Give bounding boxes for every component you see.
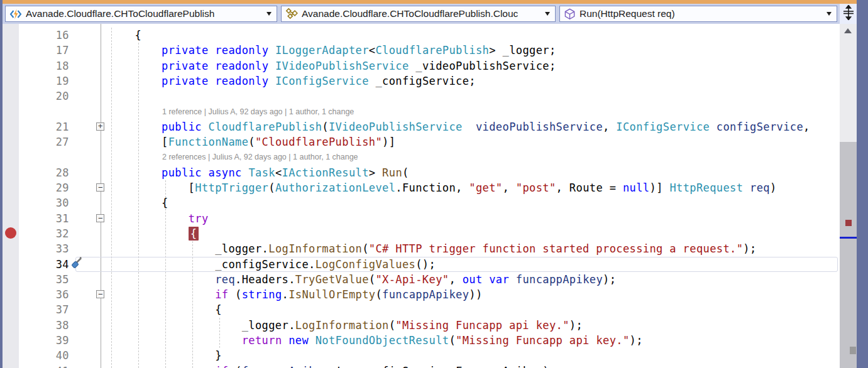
- method-icon: [564, 8, 576, 20]
- code-line[interactable]: 35 req.Headers.TryGetValue("X-Api-Key", …: [3, 272, 840, 287]
- code-line[interactable]: 41 if (funcappApikey != _configService.F…: [3, 364, 840, 368]
- code-line[interactable]: 19 private readonly IConfigService _conf…: [3, 73, 840, 89]
- scrollbar-caret-marker: [840, 237, 857, 239]
- azure-function-icon: [9, 9, 22, 19]
- chevron-down-icon: [545, 12, 550, 16]
- code-text: {: [108, 195, 168, 210]
- code-text: private readonly ILoggerAdapter<Cloudfla…: [108, 43, 556, 58]
- code-text: {: [108, 226, 199, 241]
- code-line[interactable]: 31− try: [3, 211, 840, 226]
- code-text: public CloudflarePublish(IVideoPublishSe…: [108, 119, 810, 134]
- type-dropdown-label: Avanade.Cloudflare.CHToCloudflarePublish…: [302, 8, 518, 19]
- line-number: 38: [3, 318, 69, 333]
- scrollbar-thumb[interactable]: [840, 142, 857, 368]
- code-line[interactable]: 18 private readonly IVideoPublishService…: [3, 58, 840, 73]
- fold-collapse-toggle[interactable]: −: [96, 214, 104, 222]
- navigation-bar: Avanade.Cloudflare.CHToCloudflarePublish…: [3, 4, 857, 24]
- code-text: return new NotFoundObjectResult("Missing…: [108, 333, 643, 348]
- line-number: 34: [3, 257, 69, 272]
- code-text: }: [108, 348, 222, 363]
- chevron-down-icon: [827, 12, 832, 16]
- code-text: [HttpTrigger(AuthorizationLevel.Function…: [108, 180, 777, 195]
- code-line[interactable]: 20: [3, 89, 840, 104]
- code-text: private readonly IConfigService _configS…: [108, 73, 476, 89]
- fold-expand-toggle[interactable]: +: [96, 122, 104, 131]
- codelens-row[interactable]: 2 references | Julius A, 92 days ago | 1…: [3, 149, 840, 165]
- codelens-info[interactable]: 2 references | Julius A, 92 days ago | 1…: [162, 149, 358, 165]
- split-editor-icon: [842, 5, 855, 23]
- codelens-row[interactable]: 1 reference | Julius A, 92 days ago | 1 …: [3, 104, 840, 119]
- line-number: 40: [3, 348, 69, 363]
- code-line[interactable]: 28 public async Task<IActionResult> Run(: [3, 165, 840, 180]
- scrollbar-change-marker: [850, 347, 856, 354]
- code-line[interactable]: 40 }: [3, 348, 840, 363]
- code-line[interactable]: 37 {: [3, 302, 840, 317]
- chevron-down-icon: [266, 12, 272, 16]
- member-dropdown[interactable]: Run(HttpRequest req): [559, 6, 837, 22]
- code-area[interactable]: 16 {17 private readonly ILoggerAdapter<C…: [3, 24, 840, 368]
- code-text: _logger.LogInformation("C# HTTP trigger …: [108, 241, 757, 256]
- line-number: 17: [3, 43, 69, 58]
- line-number: 16: [3, 28, 69, 43]
- code-line[interactable]: 16 {: [3, 28, 840, 43]
- line-number: 18: [3, 58, 69, 73]
- code-line[interactable]: 32 {: [3, 226, 840, 241]
- line-number: 36: [3, 287, 69, 302]
- code-line[interactable]: 33 _logger.LogInformation("C# HTTP trigg…: [3, 241, 840, 256]
- window-border-right: [857, 0, 868, 368]
- code-text: req.Headers.TryGetValue("X-Api-Key", out…: [108, 272, 616, 287]
- scrollbar-up-arrow-icon[interactable]: [844, 28, 852, 33]
- split-window-button[interactable]: [840, 4, 857, 24]
- code-line[interactable]: 30 {: [3, 195, 840, 210]
- fold-collapse-toggle[interactable]: −: [96, 290, 104, 298]
- line-number: 41: [3, 364, 69, 368]
- code-line[interactable]: 34 _configService.LogConfigValues();: [3, 257, 840, 272]
- code-text: if (string.IsNullOrEmpty(funcappApikey)): [108, 287, 483, 302]
- code-line[interactable]: 21+ public CloudflarePublish(IVideoPubli…: [3, 119, 840, 134]
- project-dropdown-label: Avanade.Cloudflare.CHToCloudflarePublish: [26, 8, 214, 19]
- code-line[interactable]: 29− [HttpTrigger(AuthorizationLevel.Func…: [3, 180, 840, 195]
- class-icon: [285, 8, 298, 19]
- codelens-info[interactable]: 1 reference | Julius A, 92 days ago | 1 …: [162, 104, 354, 119]
- code-text: [FunctionName("CloudflarePublish")]: [108, 134, 395, 149]
- line-number: 27: [3, 134, 69, 149]
- project-dropdown[interactable]: Avanade.Cloudflare.CHToCloudflarePublish: [5, 6, 277, 22]
- line-number: 39: [3, 333, 69, 348]
- code-line[interactable]: 38 _logger.LogInformation("Missing Funca…: [3, 318, 840, 333]
- line-number: 19: [3, 73, 69, 89]
- scrollbar-breakpoint-marker: [845, 220, 852, 226]
- code-text: _logger.LogInformation("Missing Funcapp …: [108, 318, 583, 333]
- code-text: private readonly IVideoPublishService _v…: [108, 58, 556, 73]
- line-number: 20: [3, 89, 69, 104]
- visual-studio-editor-window: Avanade.Cloudflare.CHToCloudflarePublish…: [0, 0, 868, 368]
- code-text: {: [108, 28, 141, 43]
- line-number: 21: [3, 119, 69, 134]
- member-dropdown-label: Run(HttpRequest req): [580, 8, 675, 19]
- type-dropdown[interactable]: Avanade.Cloudflare.CHToCloudflarePublish…: [281, 6, 556, 22]
- code-text: public async Task<IActionResult> Run(: [108, 165, 409, 180]
- line-number: 29: [3, 180, 69, 195]
- code-text: if (funcappApikey != _configService.Func…: [108, 364, 549, 368]
- code-line[interactable]: 36− if (string.IsNullOrEmpty(funcappApik…: [3, 287, 840, 302]
- code-text: _configService.LogConfigValues();: [108, 257, 436, 272]
- line-number: 35: [3, 272, 69, 287]
- line-number: 30: [3, 195, 69, 210]
- line-number: 28: [3, 165, 69, 180]
- vertical-scrollbar[interactable]: [840, 24, 857, 368]
- fold-collapse-toggle[interactable]: −: [96, 183, 104, 192]
- code-line[interactable]: 27 [FunctionName("CloudflarePublish")]: [3, 134, 840, 149]
- code-line[interactable]: 39 return new NotFoundObjectResult("Miss…: [3, 333, 840, 348]
- code-text: {: [108, 302, 222, 317]
- breakpoint-indicator[interactable]: [5, 227, 16, 239]
- line-number: 31: [3, 211, 69, 226]
- line-number: 33: [3, 241, 69, 256]
- line-number: 37: [3, 302, 69, 317]
- code-text: try: [108, 211, 209, 226]
- quick-actions-screwdriver-icon[interactable]: [70, 256, 85, 271]
- code-line[interactable]: 17 private readonly ILoggerAdapter<Cloud…: [3, 43, 840, 58]
